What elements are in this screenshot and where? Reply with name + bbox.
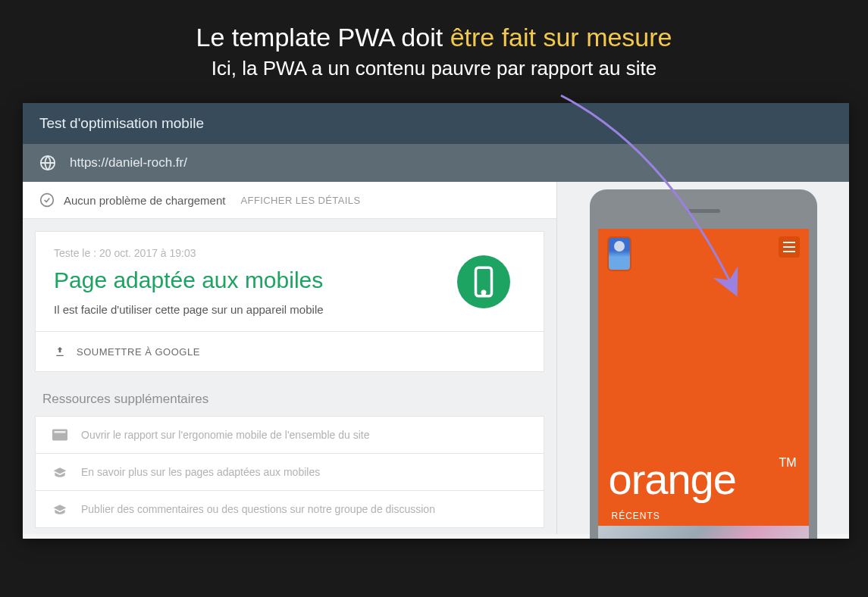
title-part2: être fait sur mesure xyxy=(450,23,672,52)
resource-link[interactable]: En savoir plus sur les pages adaptées au… xyxy=(35,453,544,490)
hamburger-menu-button[interactable] xyxy=(779,236,800,258)
preview-column: orange TM RÉCENTS LE BLOG xyxy=(557,182,849,534)
result-card: Teste le : 20 oct. 2017 à 19:03 Page ada… xyxy=(35,231,544,332)
mobile-ok-badge xyxy=(457,255,510,308)
result-subtext: Il est facile d'utiliser cette page sur … xyxy=(54,303,442,316)
brand-word: orange xyxy=(609,455,736,504)
resource-link[interactable]: Ouvrir le rapport sur l'ergonomie mobile… xyxy=(35,416,544,453)
slide-title: Le template PWA doit être fait sur mesur… xyxy=(23,23,845,52)
phone-screen: orange TM RÉCENTS LE BLOG xyxy=(598,229,809,539)
phone-mockup: orange TM RÉCENTS LE BLOG xyxy=(590,189,817,539)
resource-text: Publier des commentaires ou des question… xyxy=(81,503,435,515)
result-headline: Page adaptée aux mobiles xyxy=(54,267,442,294)
learn-icon xyxy=(52,466,67,478)
tool-name: Test d'optimisation mobile xyxy=(39,115,204,131)
svg-point-3 xyxy=(482,291,485,294)
tool-panel: Test d'optimisation mobile https://danie… xyxy=(23,103,849,539)
resource-link[interactable]: Publier des commentaires ou des question… xyxy=(35,490,544,528)
report-icon xyxy=(52,429,67,441)
upload-icon xyxy=(54,345,66,358)
blog-banner[interactable]: LE BLOG xyxy=(598,526,809,539)
results-column: Aucun problème de chargement AFFICHER LE… xyxy=(23,182,557,534)
trademark: TM xyxy=(779,456,796,470)
tool-title-bar: Test d'optimisation mobile xyxy=(23,103,849,144)
tested-date: Teste le : 20 oct. 2017 à 19:03 xyxy=(54,247,442,259)
phone-icon xyxy=(472,266,496,298)
url-text: https://daniel-roch.fr/ xyxy=(70,155,187,170)
svg-rect-5 xyxy=(55,431,66,433)
url-bar[interactable]: https://daniel-roch.fr/ xyxy=(23,144,849,182)
status-message: Aucun problème de chargement xyxy=(64,194,225,207)
globe-icon xyxy=(39,155,56,171)
status-row: Aucun problème de chargement AFFICHER LE… xyxy=(23,182,556,219)
resources-header: Ressources supplémentaires xyxy=(23,384,556,416)
svg-point-1 xyxy=(41,194,54,207)
resource-text: En savoir plus sur les pages adaptées au… xyxy=(81,466,320,478)
check-circle-icon xyxy=(39,192,55,208)
resource-text: Ouvrir le rapport sur l'ergonomie mobile… xyxy=(81,429,369,441)
show-details-link[interactable]: AFFICHER LES DÉTAILS xyxy=(240,195,360,206)
submit-label: SOUMETTRE À GOOGLE xyxy=(77,346,200,358)
title-part1: Le template PWA doit xyxy=(196,23,450,52)
svg-rect-4 xyxy=(52,430,67,441)
discuss-icon xyxy=(52,503,67,515)
submit-to-google-button[interactable]: SOUMETTRE À GOOGLE xyxy=(35,332,544,372)
site-logo-icon xyxy=(607,236,631,271)
recents-label: RÉCENTS xyxy=(612,511,660,521)
slide-subtitle: Ici, la PWA a un contenu pauvre par rapp… xyxy=(23,57,845,80)
